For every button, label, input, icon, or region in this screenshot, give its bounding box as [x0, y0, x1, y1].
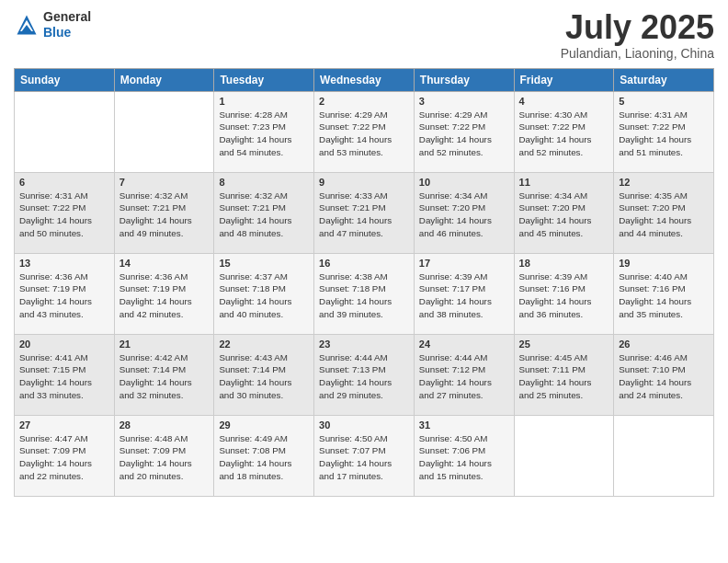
month-title: July 2025	[561, 9, 714, 46]
day-number: 15	[219, 258, 309, 269]
day-info: Sunrise: 4:29 AM Sunset: 7:22 PM Dayligh…	[419, 109, 509, 159]
calendar-day-cell: 20Sunrise: 4:41 AM Sunset: 7:15 PM Dayli…	[15, 334, 115, 415]
day-info: Sunrise: 4:34 AM Sunset: 7:20 PM Dayligh…	[519, 190, 609, 240]
day-number: 29	[219, 419, 309, 431]
day-number: 2	[319, 96, 409, 107]
day-number: 30	[319, 419, 409, 431]
calendar-day-cell: 15Sunrise: 4:37 AM Sunset: 7:18 PM Dayli…	[214, 253, 314, 334]
calendar-day-cell: 28Sunrise: 4:48 AM Sunset: 7:09 PM Dayli…	[114, 415, 214, 496]
day-number: 22	[219, 339, 309, 350]
day-info: Sunrise: 4:39 AM Sunset: 7:16 PM Dayligh…	[519, 270, 609, 321]
calendar-week-row: 27Sunrise: 4:47 AM Sunset: 7:09 PM Dayli…	[15, 415, 714, 496]
day-info: Sunrise: 4:40 AM Sunset: 7:16 PM Dayligh…	[619, 270, 709, 321]
calendar-day-cell: 5Sunrise: 4:31 AM Sunset: 7:22 PM Daylig…	[614, 91, 714, 172]
day-number: 23	[319, 339, 409, 350]
day-info: Sunrise: 4:49 AM Sunset: 7:08 PM Dayligh…	[219, 432, 309, 483]
day-number: 8	[219, 177, 309, 188]
day-info: Sunrise: 4:44 AM Sunset: 7:13 PM Dayligh…	[319, 351, 409, 402]
day-info: Sunrise: 4:35 AM Sunset: 7:20 PM Dayligh…	[619, 190, 709, 240]
page: General Blue July 2025 Pulandian, Liaoni…	[0, 0, 728, 563]
calendar-day-cell: 27Sunrise: 4:47 AM Sunset: 7:09 PM Dayli…	[15, 415, 115, 496]
day-info: Sunrise: 4:31 AM Sunset: 7:22 PM Dayligh…	[619, 109, 709, 159]
day-number: 4	[519, 96, 609, 107]
calendar-week-row: 20Sunrise: 4:41 AM Sunset: 7:15 PM Dayli…	[15, 334, 714, 415]
day-info: Sunrise: 4:46 AM Sunset: 7:10 PM Dayligh…	[619, 351, 709, 402]
calendar-day-cell: 12Sunrise: 4:35 AM Sunset: 7:20 PM Dayli…	[614, 172, 714, 253]
calendar-day-cell: 31Sunrise: 4:50 AM Sunset: 7:06 PM Dayli…	[414, 415, 514, 496]
logo-text: General Blue	[43, 9, 91, 40]
day-number: 11	[519, 177, 609, 188]
location: Pulandian, Liaoning, China	[561, 46, 714, 61]
logo-blue: Blue	[43, 25, 71, 40]
header: General Blue July 2025 Pulandian, Liaoni…	[14, 9, 714, 61]
title-block: July 2025 Pulandian, Liaoning, China	[561, 9, 714, 61]
day-number: 27	[19, 419, 109, 431]
day-info: Sunrise: 4:29 AM Sunset: 7:22 PM Dayligh…	[319, 109, 409, 159]
calendar-day-header: Monday	[114, 68, 214, 91]
calendar-day-cell: 14Sunrise: 4:36 AM Sunset: 7:19 PM Dayli…	[114, 253, 214, 334]
calendar-day-cell: 8Sunrise: 4:32 AM Sunset: 7:21 PM Daylig…	[214, 172, 314, 253]
day-info: Sunrise: 4:38 AM Sunset: 7:18 PM Dayligh…	[319, 270, 409, 321]
day-info: Sunrise: 4:41 AM Sunset: 7:15 PM Dayligh…	[19, 351, 109, 402]
calendar-day-header: Sunday	[15, 68, 115, 91]
day-info: Sunrise: 4:37 AM Sunset: 7:18 PM Dayligh…	[219, 270, 309, 321]
day-info: Sunrise: 4:36 AM Sunset: 7:19 PM Dayligh…	[19, 270, 109, 321]
day-number: 14	[119, 258, 210, 269]
calendar-day-cell: 7Sunrise: 4:32 AM Sunset: 7:21 PM Daylig…	[114, 172, 214, 253]
day-info: Sunrise: 4:50 AM Sunset: 7:06 PM Dayligh…	[419, 432, 509, 483]
calendar-day-cell: 16Sunrise: 4:38 AM Sunset: 7:18 PM Dayli…	[314, 253, 415, 334]
calendar-day-cell: 17Sunrise: 4:39 AM Sunset: 7:17 PM Dayli…	[414, 253, 514, 334]
calendar-day-header: Saturday	[614, 68, 714, 91]
calendar-day-cell: 1Sunrise: 4:28 AM Sunset: 7:23 PM Daylig…	[214, 91, 314, 172]
day-info: Sunrise: 4:34 AM Sunset: 7:20 PM Dayligh…	[419, 190, 509, 240]
calendar-day-cell: 24Sunrise: 4:44 AM Sunset: 7:12 PM Dayli…	[414, 334, 514, 415]
calendar-day-cell: 25Sunrise: 4:45 AM Sunset: 7:11 PM Dayli…	[514, 334, 614, 415]
day-info: Sunrise: 4:28 AM Sunset: 7:23 PM Dayligh…	[219, 109, 309, 159]
day-info: Sunrise: 4:31 AM Sunset: 7:22 PM Dayligh…	[19, 190, 109, 240]
logo-icon	[14, 12, 40, 38]
day-number: 31	[419, 419, 509, 431]
day-info: Sunrise: 4:47 AM Sunset: 7:09 PM Dayligh…	[19, 432, 109, 483]
calendar-day-cell: 22Sunrise: 4:43 AM Sunset: 7:14 PM Dayli…	[214, 334, 314, 415]
calendar-day-header: Wednesday	[314, 68, 415, 91]
calendar-day-cell: 30Sunrise: 4:50 AM Sunset: 7:07 PM Dayli…	[314, 415, 415, 496]
day-number: 13	[19, 258, 109, 269]
day-number: 24	[419, 339, 509, 350]
calendar-week-row: 1Sunrise: 4:28 AM Sunset: 7:23 PM Daylig…	[15, 91, 714, 172]
calendar-day-cell	[114, 91, 214, 172]
day-number: 25	[519, 339, 609, 350]
calendar-header-row: SundayMondayTuesdayWednesdayThursdayFrid…	[15, 68, 714, 91]
day-info: Sunrise: 4:42 AM Sunset: 7:14 PM Dayligh…	[119, 351, 210, 402]
day-info: Sunrise: 4:50 AM Sunset: 7:07 PM Dayligh…	[319, 432, 409, 483]
day-number: 6	[19, 177, 109, 188]
calendar-day-cell: 2Sunrise: 4:29 AM Sunset: 7:22 PM Daylig…	[314, 91, 415, 172]
day-info: Sunrise: 4:43 AM Sunset: 7:14 PM Dayligh…	[219, 351, 309, 402]
calendar-day-cell: 10Sunrise: 4:34 AM Sunset: 7:20 PM Dayli…	[414, 172, 514, 253]
day-number: 9	[319, 177, 409, 188]
day-number: 7	[119, 177, 210, 188]
calendar-week-row: 13Sunrise: 4:36 AM Sunset: 7:19 PM Dayli…	[15, 253, 714, 334]
calendar-day-cell: 19Sunrise: 4:40 AM Sunset: 7:16 PM Dayli…	[614, 253, 714, 334]
calendar-day-cell: 9Sunrise: 4:33 AM Sunset: 7:21 PM Daylig…	[314, 172, 415, 253]
day-info: Sunrise: 4:44 AM Sunset: 7:12 PM Dayligh…	[419, 351, 509, 402]
calendar-week-row: 6Sunrise: 4:31 AM Sunset: 7:22 PM Daylig…	[15, 172, 714, 253]
day-number: 1	[219, 96, 309, 107]
day-number: 16	[319, 258, 409, 269]
calendar-day-cell: 29Sunrise: 4:49 AM Sunset: 7:08 PM Dayli…	[214, 415, 314, 496]
calendar-day-cell: 13Sunrise: 4:36 AM Sunset: 7:19 PM Dayli…	[15, 253, 115, 334]
calendar-day-cell: 6Sunrise: 4:31 AM Sunset: 7:22 PM Daylig…	[15, 172, 115, 253]
calendar-day-cell	[614, 415, 714, 496]
day-number: 20	[19, 339, 109, 350]
day-number: 21	[119, 339, 210, 350]
calendar-day-header: Friday	[514, 68, 614, 91]
calendar-day-cell: 23Sunrise: 4:44 AM Sunset: 7:13 PM Dayli…	[314, 334, 415, 415]
calendar-day-cell: 21Sunrise: 4:42 AM Sunset: 7:14 PM Dayli…	[114, 334, 214, 415]
calendar-day-cell: 4Sunrise: 4:30 AM Sunset: 7:22 PM Daylig…	[514, 91, 614, 172]
logo: General Blue	[14, 9, 91, 40]
day-number: 3	[419, 96, 509, 107]
day-info: Sunrise: 4:45 AM Sunset: 7:11 PM Dayligh…	[519, 351, 609, 402]
day-number: 17	[419, 258, 509, 269]
day-info: Sunrise: 4:32 AM Sunset: 7:21 PM Dayligh…	[219, 190, 309, 240]
day-info: Sunrise: 4:30 AM Sunset: 7:22 PM Dayligh…	[519, 109, 609, 159]
day-info: Sunrise: 4:39 AM Sunset: 7:17 PM Dayligh…	[419, 270, 509, 321]
